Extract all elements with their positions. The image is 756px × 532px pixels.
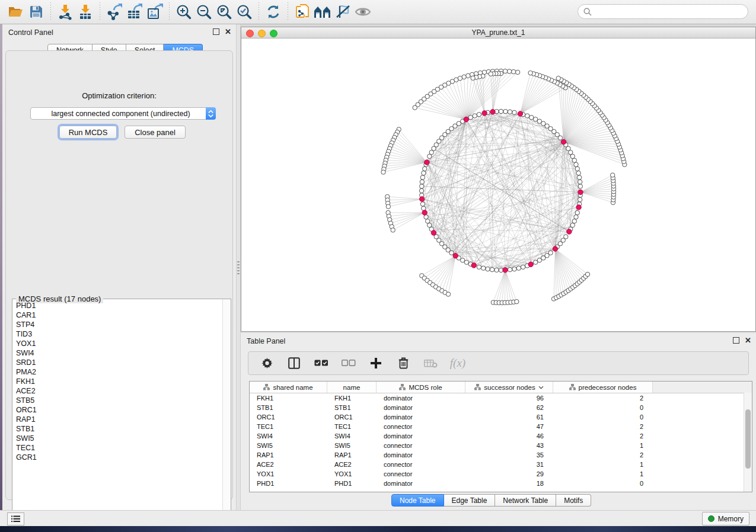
ring-node[interactable] — [423, 166, 427, 171]
ring-node[interactable] — [490, 267, 494, 271]
ring-node[interactable] — [578, 184, 582, 188]
ring-node[interactable] — [570, 223, 575, 227]
ring-node[interactable] — [460, 258, 464, 262]
leaf-node[interactable] — [515, 299, 519, 303]
mcds-hub-node[interactable] — [567, 229, 572, 234]
zoom-in-button[interactable] — [174, 2, 194, 22]
show-columns-button[interactable] — [285, 354, 303, 372]
ring-node[interactable] — [577, 175, 581, 180]
mcds-result-item[interactable]: SRD1 — [16, 358, 222, 367]
import-network-button[interactable] — [55, 2, 75, 22]
ring-node[interactable] — [503, 110, 508, 114]
ring-node[interactable] — [570, 154, 575, 158]
table-scrollbar-thumb[interactable] — [745, 409, 751, 469]
mcds-hub-node[interactable] — [576, 205, 581, 210]
leaf-node[interactable] — [466, 73, 470, 78]
first-neighbors-button[interactable] — [312, 2, 333, 22]
import-table-button[interactable] — [75, 2, 95, 22]
mcds-result-item[interactable]: PMA2 — [16, 367, 222, 377]
zoom-out-button[interactable] — [194, 2, 214, 22]
ring-node[interactable] — [508, 110, 512, 114]
export-network-button[interactable] — [104, 2, 125, 22]
mcds-result-item[interactable]: STB1 — [16, 424, 222, 434]
save-session-button[interactable] — [26, 2, 46, 22]
leaf-node[interactable] — [413, 105, 417, 110]
mcds-hub-node[interactable] — [420, 197, 425, 201]
table-settings-button[interactable] — [258, 354, 276, 372]
mcds-result-item[interactable]: GCR1 — [16, 453, 222, 462]
mcds-hub-node[interactable] — [422, 210, 427, 215]
run-mcds-button[interactable]: Run MCDS — [59, 126, 117, 139]
ring-node[interactable] — [481, 266, 485, 270]
float-table-panel-icon[interactable] — [733, 337, 739, 344]
tab-edge-table[interactable]: Edge Table — [444, 494, 496, 507]
mcds-result-item[interactable]: ORC1 — [16, 405, 222, 415]
table-row[interactable]: FKH1FKH1dominator962 — [250, 393, 752, 403]
ring-node[interactable] — [576, 171, 580, 175]
mcds-result-item[interactable]: ACE2 — [16, 386, 222, 396]
network-canvas[interactable] — [241, 39, 755, 331]
ring-node[interactable] — [419, 188, 423, 193]
ring-node[interactable] — [521, 265, 525, 269]
table-row[interactable]: SWI5SWI5connector431 — [250, 441, 752, 450]
open-file-button[interactable] — [6, 2, 26, 22]
function-builder-button[interactable]: f(x) — [449, 354, 467, 372]
mcds-result-item[interactable]: STP4 — [16, 320, 222, 329]
close-panel-icon[interactable]: ✕ — [225, 29, 231, 34]
memory-button[interactable]: Memory — [702, 512, 749, 525]
mcds-result-item[interactable]: PHD1 — [16, 301, 222, 310]
ring-node[interactable] — [429, 150, 433, 154]
ring-node[interactable] — [428, 223, 432, 227]
ring-node[interactable] — [575, 210, 579, 214]
clone-network-button[interactable] — [292, 2, 312, 22]
table-row[interactable]: YOX1YOX1connector291 — [250, 469, 752, 479]
tab-node-table[interactable]: Node Table — [391, 494, 444, 507]
ring-node[interactable] — [420, 175, 425, 180]
delete-column-button[interactable] — [394, 354, 412, 372]
mcds-result-item[interactable]: TID3 — [16, 329, 222, 339]
leaf-node[interactable] — [610, 173, 614, 177]
ring-node[interactable] — [422, 171, 426, 175]
mcds-hub-node[interactable] — [503, 268, 508, 273]
ring-node[interactable] — [572, 158, 576, 162]
leaf-node[interactable] — [391, 228, 395, 232]
table-row[interactable]: STB1STB1dominator620 — [250, 403, 752, 412]
ring-node[interactable] — [420, 184, 424, 188]
ring-node[interactable] — [572, 219, 576, 223]
leaf-node[interactable] — [503, 69, 507, 73]
mcds-result-item[interactable]: TEC1 — [16, 443, 222, 453]
mcds-result-item[interactable]: STB5 — [16, 396, 222, 405]
mcds-result-item[interactable]: YOX1 — [16, 339, 222, 348]
ring-node[interactable] — [420, 180, 424, 184]
mcds-hub-node[interactable] — [490, 110, 495, 114]
add-column-button[interactable] — [367, 354, 385, 372]
task-history-button[interactable] — [7, 512, 24, 525]
ring-node[interactable] — [574, 162, 578, 166]
column-header-shared-name[interactable]: shared name — [250, 382, 327, 393]
select-all-rows-button[interactable] — [312, 354, 330, 372]
ring-node[interactable] — [512, 110, 516, 114]
mcds-hub-node[interactable] — [431, 230, 436, 235]
ring-node[interactable] — [537, 119, 541, 123]
mcds-result-item[interactable]: RAP1 — [16, 415, 222, 424]
leaf-node[interactable] — [528, 70, 532, 75]
ring-node[interactable] — [477, 265, 481, 269]
ring-node[interactable] — [477, 113, 481, 117]
leaf-node[interactable] — [489, 72, 493, 76]
mcds-list-scrollbar[interactable] — [222, 299, 231, 519]
leaf-node[interactable] — [585, 272, 589, 276]
leaf-node[interactable] — [507, 69, 511, 73]
leaf-node[interactable] — [381, 170, 385, 174]
mcds-result-item[interactable]: SWI4 — [16, 348, 222, 358]
panel-splitter[interactable] — [236, 24, 241, 511]
column-header-successor-nodes[interactable]: successor nodes — [465, 382, 553, 393]
column-header-predecessor-nodes[interactable]: predecessor nodes — [553, 382, 653, 393]
ring-node[interactable] — [449, 251, 454, 255]
mcds-hub-node[interactable] — [561, 139, 566, 144]
mcds-hub-node[interactable] — [471, 263, 476, 268]
ring-node[interactable] — [508, 267, 512, 271]
refresh-layout-button[interactable] — [263, 2, 283, 22]
ring-node[interactable] — [468, 116, 473, 120]
column-header-name[interactable]: name — [327, 382, 377, 393]
ring-node[interactable] — [499, 109, 503, 113]
